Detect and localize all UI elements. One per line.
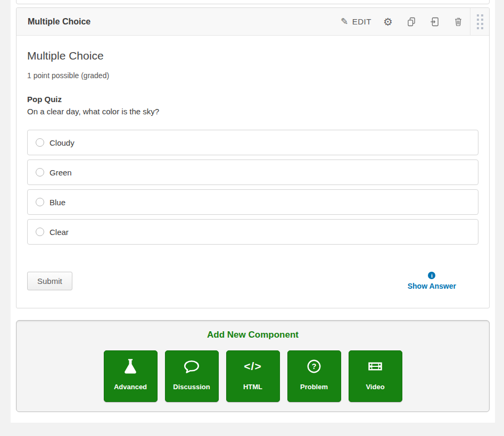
pencil-icon: ✎ (341, 16, 349, 27)
answer-option-cloudy[interactable]: Cloudy (27, 130, 478, 155)
quiz-title: Pop Quiz (27, 95, 478, 104)
info-icon[interactable]: i (428, 272, 435, 279)
show-answer-link[interactable]: Show Answer (408, 282, 456, 290)
drag-handle-icon (477, 14, 483, 29)
add-video-button[interactable]: Video (349, 350, 402, 402)
component-button-label: Discussion (173, 383, 210, 391)
previous-component-card-edge (16, 0, 490, 4)
edit-button-label: EDIT (352, 17, 371, 26)
add-new-component-title: Add New Component (16, 330, 489, 340)
unit-content-area: Multiple Choice ✎ EDIT ⚙ (11, 0, 495, 423)
gear-icon: ⚙ (383, 16, 393, 27)
duplicate-button[interactable] (400, 8, 423, 35)
radio-button-icon[interactable] (36, 138, 44, 147)
component-card-multiple-choice: Multiple Choice ✎ EDIT ⚙ (16, 7, 490, 308)
option-label: Green (49, 168, 72, 177)
trash-icon (453, 16, 463, 27)
answer-option-blue[interactable]: Blue (27, 189, 478, 215)
settings-button[interactable]: ⚙ (376, 8, 400, 35)
component-type-buttons: Advanced Discussion </> HTML ? (16, 350, 489, 402)
show-answer-wrap: i Show Answer (408, 272, 456, 290)
option-label: Cloudy (49, 138, 75, 147)
answer-option-green[interactable]: Green (27, 160, 478, 185)
add-discussion-button[interactable]: Discussion (165, 350, 219, 402)
add-html-button[interactable]: </> HTML (226, 350, 280, 402)
film-icon (365, 351, 385, 382)
component-button-label: Advanced (114, 383, 147, 391)
move-button[interactable] (423, 8, 447, 35)
answer-options: Cloudy Green Blue Clear (27, 130, 478, 245)
speech-bubble-icon (181, 351, 202, 382)
radio-button-icon[interactable] (36, 198, 44, 206)
add-new-component-panel: Add New Component Advanced Discussio (16, 320, 490, 412)
radio-button-icon[interactable] (36, 228, 44, 236)
option-label: Clear (49, 228, 69, 237)
problem-actions-row: Submit i Show Answer (27, 272, 478, 290)
drag-handle[interactable] (470, 8, 489, 35)
edit-button[interactable]: ✎ EDIT (336, 8, 376, 35)
svg-text:?: ? (312, 362, 317, 371)
radio-button-icon[interactable] (36, 168, 44, 177)
component-actions: ✎ EDIT ⚙ (336, 8, 489, 35)
component-title: Multiple Choice (16, 17, 336, 27)
submit-button[interactable]: Submit (27, 272, 72, 290)
add-problem-button[interactable]: ? Problem (287, 350, 341, 402)
problem-body: Multiple Choice 1 point possible (graded… (16, 36, 489, 308)
add-advanced-button[interactable]: Advanced (104, 350, 158, 402)
code-icon: </> (244, 351, 261, 382)
answer-option-clear[interactable]: Clear (27, 219, 478, 245)
duplicate-icon (406, 16, 417, 27)
question-circle-icon: ? (304, 351, 324, 382)
question-text: On a clear day, what color is the sky? (27, 107, 478, 116)
component-header: Multiple Choice ✎ EDIT ⚙ (16, 8, 489, 36)
points-possible-text: 1 point possible (graded) (27, 71, 478, 80)
option-label: Blue (49, 198, 65, 207)
delete-button[interactable] (447, 8, 470, 35)
component-button-label: Problem (300, 383, 328, 391)
component-button-label: HTML (243, 383, 262, 391)
move-icon (429, 16, 440, 27)
component-button-label: Video (366, 383, 384, 391)
problem-title: Multiple Choice (27, 49, 478, 62)
flask-icon (121, 351, 140, 382)
